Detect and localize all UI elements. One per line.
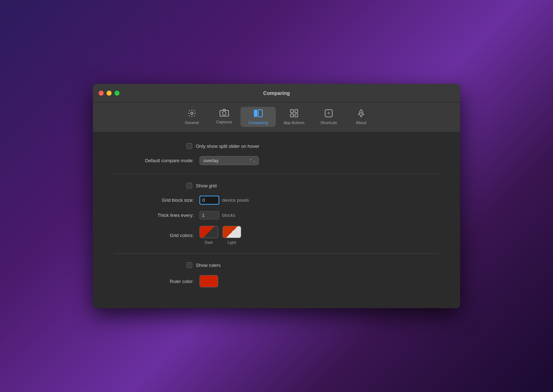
dark-swatch-item: Dark bbox=[199, 226, 218, 245]
main-window: Comparing General Captures bbox=[93, 84, 460, 308]
content-area: Only show split slider on hover Default … bbox=[93, 132, 460, 308]
ruler-color-swatch[interactable] bbox=[199, 275, 218, 287]
tab-shortcuts[interactable]: ⌘ Shortcuts bbox=[313, 107, 345, 127]
compare-mode-label: Default compare mode: bbox=[114, 158, 194, 163]
thick-lines-row: Thick lines every: blocks bbox=[114, 211, 439, 219]
compare-icon bbox=[253, 109, 263, 119]
color-swatch-group: Dark Light bbox=[199, 226, 241, 245]
show-rulers-checkbox[interactable] bbox=[186, 262, 192, 268]
app-actions-icon bbox=[290, 109, 298, 119]
compare-mode-select[interactable]: overlay side-by-side difference bbox=[199, 156, 259, 165]
toolbar: General Captures Comparing bbox=[93, 102, 460, 132]
split-slider-label: Only show split slider on hover bbox=[196, 143, 259, 149]
svg-rect-3 bbox=[254, 110, 257, 117]
divider-2 bbox=[114, 253, 439, 254]
thick-lines-input[interactable] bbox=[199, 211, 219, 219]
tab-general[interactable]: General bbox=[176, 107, 208, 127]
svg-rect-5 bbox=[291, 110, 293, 113]
tab-shortcuts-label: Shortcuts bbox=[320, 120, 337, 125]
thick-lines-label: Thick lines every: bbox=[114, 213, 194, 218]
traffic-lights bbox=[99, 91, 120, 96]
ruler-color-label: Ruler color: bbox=[114, 279, 194, 284]
compare-mode-select-wrapper: overlay side-by-side difference ⌃⌄ bbox=[199, 156, 259, 165]
svg-point-0 bbox=[191, 112, 193, 114]
tab-about-label: About bbox=[356, 120, 367, 125]
svg-text:⌘: ⌘ bbox=[327, 111, 330, 116]
svg-rect-4 bbox=[258, 110, 262, 117]
light-swatch-label: Light bbox=[228, 240, 236, 245]
grid-block-size-input[interactable] bbox=[199, 196, 219, 205]
split-slider-row: Only show split slider on hover bbox=[186, 143, 439, 149]
split-slider-checkbox[interactable] bbox=[186, 143, 192, 149]
svg-rect-6 bbox=[295, 110, 298, 113]
show-grid-row: Show grid bbox=[186, 183, 439, 188]
grid-block-size-row: Grid block size: device pixels bbox=[114, 196, 439, 205]
titlebar: Comparing bbox=[93, 84, 460, 102]
grid-block-size-label: Grid block size: bbox=[114, 197, 194, 203]
window-title: Comparing bbox=[263, 90, 290, 96]
svg-rect-8 bbox=[295, 114, 298, 117]
rocket-icon bbox=[357, 109, 365, 119]
compare-mode-row: Default compare mode: overlay side-by-si… bbox=[114, 156, 439, 165]
svg-point-11 bbox=[360, 112, 362, 114]
tab-comparing[interactable]: Comparing bbox=[240, 107, 276, 127]
show-grid-checkbox[interactable] bbox=[186, 183, 192, 188]
camera-icon bbox=[220, 109, 229, 118]
tab-captures-label: Captures bbox=[216, 120, 232, 124]
shortcuts-icon: ⌘ bbox=[324, 109, 333, 119]
minimize-button[interactable] bbox=[107, 91, 112, 96]
dark-color-swatch[interactable] bbox=[199, 226, 218, 238]
svg-point-2 bbox=[222, 111, 226, 115]
svg-rect-7 bbox=[291, 114, 293, 117]
show-rulers-row: Show rulers bbox=[186, 262, 439, 268]
light-swatch-item: Light bbox=[222, 226, 241, 245]
grid-colors-row: Grid colors: Dark Light bbox=[114, 226, 439, 245]
tab-about[interactable]: About bbox=[345, 107, 377, 127]
close-button[interactable] bbox=[99, 91, 104, 96]
divider-1 bbox=[114, 174, 439, 174]
tab-general-label: General bbox=[185, 120, 199, 125]
thick-lines-unit: blocks bbox=[222, 213, 235, 218]
tab-comparing-label: Comparing bbox=[248, 120, 268, 125]
grid-block-size-unit: device pixels bbox=[222, 197, 249, 203]
grid-colors-label: Grid colors: bbox=[114, 233, 194, 238]
tab-app-actions[interactable]: App Actions bbox=[276, 107, 313, 127]
light-color-swatch[interactable] bbox=[222, 226, 241, 238]
ruler-color-row: Ruler color: bbox=[114, 275, 439, 287]
gear-icon bbox=[188, 109, 196, 119]
maximize-button[interactable] bbox=[114, 91, 120, 96]
dark-swatch-label: Dark bbox=[204, 240, 213, 245]
tab-captures[interactable]: Captures bbox=[208, 107, 240, 127]
show-grid-label: Show grid bbox=[196, 183, 217, 188]
show-rulers-label: Show rulers bbox=[196, 263, 221, 268]
tab-app-actions-label: App Actions bbox=[284, 120, 305, 125]
